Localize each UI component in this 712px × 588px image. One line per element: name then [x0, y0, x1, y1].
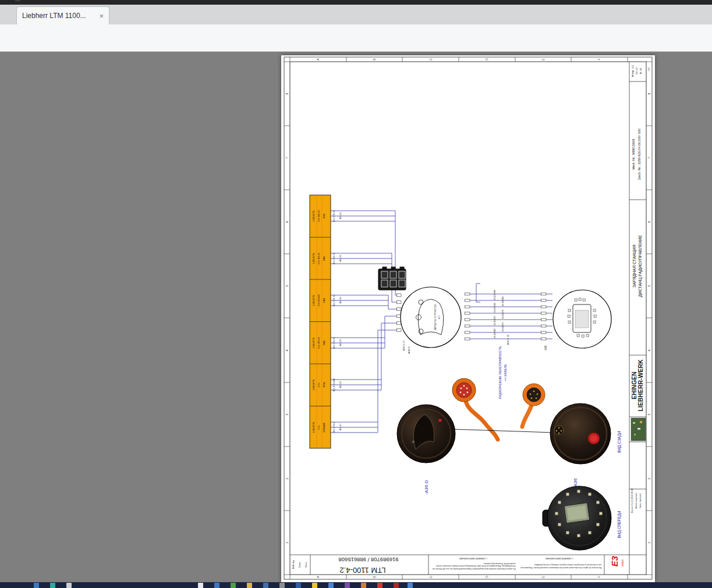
document-numbers: 916989708 / 988615608 [338, 557, 398, 562]
grid-number-right: 5 [648, 285, 651, 287]
document-tab[interactable]: Liebherr LTM 1100... × [16, 6, 109, 24]
circuit-board-thumbnail [631, 418, 646, 441]
grid-number-right: 4 [648, 350, 651, 352]
e3-logo: E3 [610, 556, 619, 566]
taskbar-icon[interactable] [345, 583, 350, 588]
terminal-block [310, 195, 331, 448]
pdf-page: Anlage +LJ Ort +H Bl. 46 127 Ident.-Nr.:… [281, 55, 655, 582]
view-front-label: ВИД СПЕРЕДИ [618, 511, 622, 539]
tab-close-icon[interactable]: × [99, 12, 104, 20]
grid-letter-bottom: F [598, 576, 601, 578]
grid-letter-bottom: D [486, 576, 488, 578]
document-canvas[interactable]: Anlage +LJ Ort +H Bl. 46 127 Ident.-Nr.:… [0, 52, 712, 582]
grid-letter-top: C [430, 58, 433, 61]
taskbar-icon[interactable] [328, 583, 334, 588]
taskbar-icon[interactable] [279, 583, 285, 588]
taskbar-icon[interactable] [263, 583, 268, 588]
company-logo-line2: EHINGEN [631, 371, 637, 399]
block-pin-label: -A31.X4 [340, 339, 342, 347]
taskbar-icon[interactable] [312, 583, 317, 588]
taskbar-icon[interactable] [198, 583, 203, 588]
taskbar-icon[interactable] [394, 583, 399, 588]
blatt-cell: Bl. 46 [640, 68, 642, 74]
model-designation: LTM 1100-4.2 [339, 566, 385, 574]
copyright-line: © LIEBHERR-WERK EHINGEN [459, 557, 487, 558]
label-a36g: -A36.G [424, 480, 429, 494]
grid-letter-bottom: C [430, 576, 433, 578]
taskbar-icon[interactable] [231, 583, 236, 588]
grid-number-left: 8 [286, 93, 289, 95]
taskbar-icon[interactable] [361, 583, 366, 588]
taskbar-icon[interactable] [408, 583, 413, 588]
block-signal-label: MSA [323, 382, 325, 388]
name-cell: Name [306, 562, 307, 567]
charger-schematic-circle [397, 287, 462, 348]
wire-label: -ML159/BN [502, 296, 504, 306]
grid-number-right: 6 [648, 221, 651, 223]
e3-series-label: series [622, 559, 625, 566]
block-connector-label: A31.BTB.X4 [334, 337, 336, 349]
block-bus-label: LSB-BTB [313, 211, 315, 221]
wire-label: -ML159/WH [494, 290, 496, 300]
menu-dots-icon[interactable]: ⋯ [15, 0, 20, 3]
block-connector-label: A31.BTB.X4 [334, 210, 336, 222]
grid-number-left: 1 [286, 542, 289, 544]
block-pin-label: -A31.X4 [340, 255, 342, 263]
block-io-label: I/Os [318, 425, 320, 429]
grid-number-left: 6 [286, 221, 289, 223]
display-schematic-circle [553, 290, 611, 348]
grid-number-left: 2 [286, 478, 289, 480]
taskbar-icon[interactable] [34, 583, 39, 588]
grid-number-right: 2 [648, 478, 651, 480]
taskbar[interactable] [0, 582, 712, 588]
grid-letter-top: A [317, 58, 320, 60]
tab-title: Liebherr LTM 1100... [22, 12, 95, 20]
copyright-line: © LIEBHERR-WERK EHINGEN [545, 557, 573, 558]
radio-mode-note-line2: => КАБЕЛЬ [504, 364, 508, 381]
taskbar-icon[interactable] [214, 583, 219, 588]
company-logo-line1: LIEBHERR-WERK [637, 359, 644, 411]
grid-number-right: 3 [648, 414, 651, 416]
block-pin-label: -A31.X2 [340, 424, 342, 431]
taskbar-icon[interactable] [377, 583, 382, 588]
block-connector-label: A31.BTB.DAG [334, 378, 336, 391]
radio-mode-note-line1: РАДИОРЕЖИМ НЕИСПРАВНОСТЬ [499, 346, 502, 399]
block-bus-label: LSB-BTB [313, 253, 315, 264]
disclaimer-german: Für dieses Dokument und den darin darges… [431, 562, 516, 570]
wire-label: -ML159/PK [502, 323, 504, 332]
block-signal-label: BVB [323, 214, 325, 218]
label-a36: -A36 [573, 479, 578, 488]
block-pin-label: -A31.X4 [340, 297, 342, 304]
block-connector-label: A31.BTB.B [334, 422, 336, 433]
orange-cable-connector-2 [522, 384, 545, 427]
grid-number-left: 3 [286, 414, 289, 416]
tab-bar: Liebherr LTM 1100... × [0, 5, 712, 24]
ort-cell: Ort +H [636, 68, 638, 75]
label-a36g-small: -A36.G [408, 346, 410, 355]
taskbar-icon[interactable] [247, 583, 252, 588]
grid-number-left: 4 [286, 350, 289, 352]
grid-letter-top: E [542, 58, 545, 60]
block-signal-label: DPBMAE [323, 423, 325, 433]
ident-number: Ident.-Nr.: 988615608 [632, 139, 636, 169]
view-rear-label: ВИД СЗАДИ [618, 431, 622, 452]
transmitter-rear-open [397, 405, 455, 463]
block-io-label: I/Os RS 42 [318, 253, 320, 264]
geprueft-cell: Gepr. lwemos2 [640, 493, 642, 508]
block-bus-label: LSB-BTB [313, 295, 315, 306]
grid-number-left: 7 [286, 157, 289, 159]
date-cell: Datum 15.12.2010 08:39 [632, 488, 634, 513]
taskbar-icon[interactable] [66, 583, 72, 588]
taskbar-icon[interactable] [50, 583, 55, 588]
bearbeiter-cell: Bearb. lwemos2 [636, 493, 638, 508]
block-signal-label: DAB [323, 298, 325, 303]
block-bus-label: LSB-BTB [313, 422, 315, 433]
block-bus-label: LSB-BTB [313, 380, 315, 390]
wire-label: -ML159/BU [494, 328, 496, 338]
block-io-label: I/Os [318, 382, 320, 387]
anlage-cell: Anlage +LJ [632, 65, 634, 77]
grid-number-right: 7 [648, 157, 651, 159]
taskbar-icon[interactable] [296, 583, 301, 588]
drawing-title-line2: ЗАРЯДНАЯ СТАНЦИЯ [632, 245, 636, 288]
grid-letter-top: D [486, 58, 488, 61]
